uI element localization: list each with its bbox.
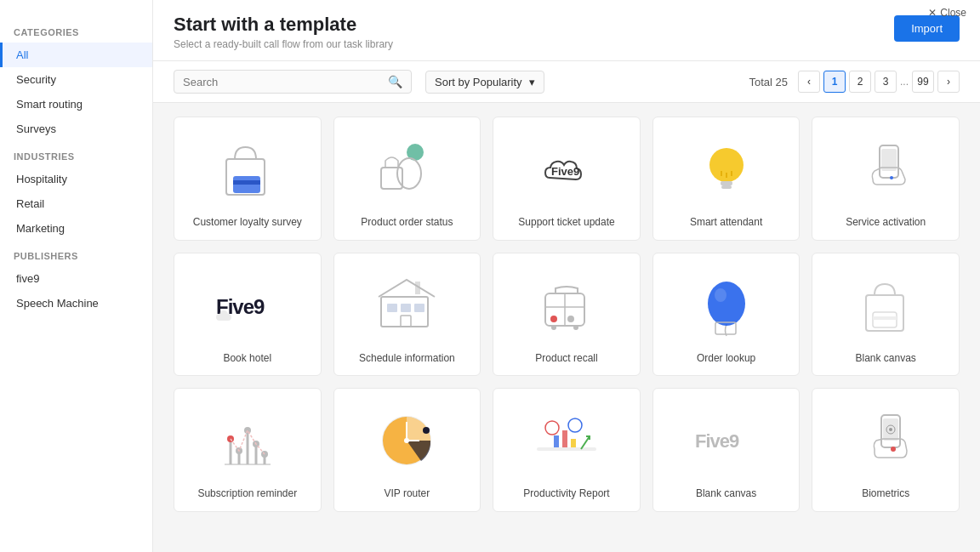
card-image: [680, 131, 773, 208]
publishers-section: Publishers five9 Speech Machine: [0, 241, 152, 316]
svg-rect-58: [571, 439, 576, 447]
card-label: Blank canvas: [696, 487, 756, 501]
svg-rect-57: [562, 430, 567, 447]
card-image: [680, 267, 773, 344]
close-label: Close: [940, 7, 966, 19]
search-box: 🔍: [174, 70, 412, 94]
sidebar-item-marketing[interactable]: Marketing: [0, 216, 152, 241]
card-image: [839, 131, 932, 208]
chevron-down-icon: ▾: [529, 76, 535, 88]
card-subscription-reminder[interactable]: Subscription reminder: [174, 388, 322, 512]
sidebar-item-retail[interactable]: Retail: [0, 191, 152, 216]
card-image: [520, 402, 613, 479]
close-button[interactable]: ✕ Close: [928, 7, 966, 19]
card-product-order-status[interactable]: Product order status: [333, 117, 481, 241]
card-image: [201, 402, 294, 479]
svg-rect-22: [415, 282, 420, 294]
card-productivity-report[interactable]: Productivity Report: [493, 388, 641, 512]
card-label: Blank canvas: [856, 352, 916, 366]
card-image: [839, 267, 932, 344]
svg-rect-2: [233, 180, 260, 185]
card-label: VIP router: [384, 487, 430, 501]
template-grid: Customer loyalty survey Product order st…: [174, 117, 960, 512]
pagination: Total 25 ‹ 1 2 3 ... 99 ›: [749, 71, 960, 93]
card-label: Book hotel: [223, 352, 271, 366]
close-x-icon: ✕: [928, 7, 937, 19]
card-image: Five9: [520, 131, 613, 208]
svg-point-64: [889, 428, 892, 431]
card-book-hotel[interactable]: Five9 Book hotel: [174, 253, 322, 377]
card-image: [839, 402, 932, 479]
card-blank-canvas-1[interactable]: Blank canvas: [812, 253, 960, 377]
card-vip-router[interactable]: VIP router: [333, 388, 481, 512]
svg-point-31: [715, 288, 726, 302]
svg-text:Five9: Five9: [551, 165, 579, 178]
template-grid-container: Customer loyalty survey Product order st…: [153, 103, 980, 552]
sidebar: Categories All Security Smart routing Su…: [0, 0, 153, 552]
sort-label: Sort by Popularity: [435, 76, 522, 88]
svg-rect-20: [414, 304, 424, 312]
page-header: Start with a template Select a ready-bui…: [153, 0, 980, 61]
page-dots: ...: [900, 76, 909, 88]
card-support-ticket-update[interactable]: Five9 Support ticket update: [493, 117, 641, 241]
card-label: Product order status: [361, 216, 453, 230]
card-product-recall[interactable]: Product recall: [493, 253, 641, 377]
page-2-button[interactable]: 2: [849, 71, 871, 93]
svg-point-44: [244, 427, 251, 434]
svg-point-4: [397, 158, 421, 189]
card-label: Biometrics: [862, 487, 909, 501]
sidebar-item-five9[interactable]: five9: [0, 266, 152, 291]
import-button[interactable]: Import: [894, 15, 960, 42]
svg-rect-5: [381, 168, 402, 189]
card-blank-canvas-2[interactable]: Five9 Blank canvas: [652, 388, 801, 512]
search-input[interactable]: [183, 76, 385, 88]
svg-point-26: [551, 325, 556, 330]
sidebar-item-hospitality[interactable]: Hospitality: [0, 167, 152, 191]
sidebar-item-speech-machine[interactable]: Speech Machine: [0, 291, 152, 316]
card-label: Order lookup: [697, 352, 755, 366]
svg-point-52: [423, 427, 430, 434]
card-customer-loyalty-survey[interactable]: Customer loyalty survey: [174, 117, 322, 241]
sidebar-item-all[interactable]: All: [0, 43, 152, 67]
total-label: Total 25: [749, 76, 788, 88]
industries-section: Industries Hospitality Retail Marketing: [0, 141, 152, 241]
industries-title: Industries: [0, 141, 152, 167]
svg-rect-21: [401, 316, 411, 327]
card-smart-attendant[interactable]: Smart attendant: [652, 117, 801, 241]
publishers-title: Publishers: [0, 241, 152, 266]
page-subtitle: Select a ready-built call flow from our …: [174, 38, 393, 50]
svg-point-15: [890, 176, 893, 179]
card-image: [520, 267, 613, 344]
categories-section: Categories All Security Smart routing Su…: [0, 17, 152, 141]
card-image: [201, 131, 294, 208]
card-schedule-information[interactable]: Schedule information: [333, 253, 481, 377]
card-image: [360, 131, 453, 208]
page-3-button[interactable]: 3: [875, 71, 897, 93]
card-biometrics[interactable]: Biometrics: [812, 388, 960, 512]
page-1-button[interactable]: 1: [823, 71, 846, 93]
header-left: Start with a template Select a ready-bui…: [174, 14, 393, 50]
card-image: Five9: [201, 267, 294, 344]
page-99-button[interactable]: 99: [912, 71, 934, 93]
svg-point-53: [545, 421, 559, 435]
sidebar-item-surveys[interactable]: Surveys: [0, 117, 152, 141]
sidebar-item-security[interactable]: Security: [0, 67, 152, 92]
main-content: Start with a template Select a ready-bui…: [153, 0, 980, 552]
sort-dropdown[interactable]: Sort by Popularity ▾: [425, 71, 544, 94]
prev-page-button[interactable]: ‹: [798, 71, 820, 93]
svg-rect-8: [721, 181, 732, 185]
toolbar: 🔍 Sort by Popularity ▾ Total 25 ‹ 1 2 3 …: [153, 61, 980, 103]
next-page-button[interactable]: ›: [937, 71, 960, 93]
card-service-activation[interactable]: Service activation: [812, 117, 960, 241]
svg-rect-35: [873, 316, 897, 320]
svg-point-28: [550, 316, 557, 322]
card-image: [360, 402, 453, 479]
card-label: Support ticket update: [518, 216, 614, 230]
card-image: [360, 267, 453, 344]
sidebar-item-smart-routing[interactable]: Smart routing: [0, 92, 152, 117]
svg-point-29: [567, 316, 574, 322]
card-order-lookup[interactable]: Order lookup: [652, 253, 801, 377]
svg-rect-33: [866, 295, 903, 331]
categories-title: Categories: [0, 17, 152, 43]
svg-text:Five9: Five9: [695, 430, 739, 452]
